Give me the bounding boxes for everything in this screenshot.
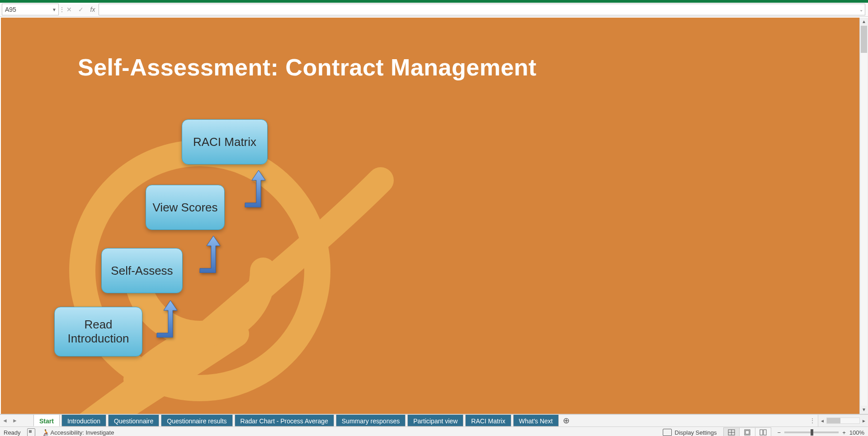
step-self-assess-button[interactable]: Self-Assess [101, 248, 183, 293]
tab-nav-spacer [20, 415, 33, 427]
sheet-tab-introduction[interactable]: Introduction [61, 415, 106, 427]
zoom-in-button[interactable]: + [842, 429, 846, 436]
zoom-slider[interactable] [784, 431, 839, 433]
sheet-tab-label: Questionnaire results [167, 417, 226, 425]
page-title: Self-Assessment: Contract Management [78, 54, 537, 81]
formula-expand-icon[interactable]: ⌄ [859, 7, 863, 12]
step-arrow-icon [241, 167, 268, 207]
accessibility-label: Accessibility: Investigate [50, 429, 114, 436]
sheet-tab-whats-next[interactable]: What's Next [513, 415, 559, 427]
step-raci-matrix-button[interactable]: RACI Matrix [182, 119, 268, 164]
status-bar: Ready 🧑‍🦽 Accessibility: Investigate Dis… [0, 427, 868, 436]
status-ready: Ready [4, 429, 21, 436]
accessibility-icon: 🧑‍🦽 [42, 429, 49, 436]
hscroll-left-icon[interactable]: ◄ [818, 418, 826, 423]
scroll-down-icon[interactable]: ▼ [860, 406, 868, 414]
step-arrow-icon [195, 232, 222, 273]
zoom-level[interactable]: 100% [849, 429, 864, 436]
view-mode-buttons [723, 427, 771, 436]
step-label: Read Introduction [60, 318, 137, 346]
vscroll-thumb[interactable] [861, 26, 867, 53]
horizontal-scrollbar[interactable]: ◄ ► [818, 415, 868, 427]
formula-bar-separator: ⋮ [59, 6, 63, 13]
sheet-tab-label: RACI Matrix [471, 417, 505, 425]
zoom-slider-knob[interactable] [811, 429, 813, 436]
svg-rect-7 [764, 430, 766, 435]
display-settings-label: Display Settings [675, 429, 717, 436]
hscroll-track[interactable] [826, 417, 860, 424]
sheet-tab-label: Summary responses [342, 417, 400, 425]
sheet-tab-label: Radar Chart - Process Average [241, 417, 328, 425]
display-settings-button[interactable]: Display Settings [663, 429, 717, 436]
vscroll-track[interactable] [861, 26, 867, 406]
step-label: Self-Assess [111, 264, 173, 278]
step-view-scores-button[interactable]: View Scores [146, 185, 225, 230]
formula-input[interactable]: ⌄ [99, 4, 865, 15]
fx-label[interactable]: fx [87, 6, 99, 13]
tab-menu-icon[interactable]: ⋮ [807, 415, 818, 427]
sheet-tab-label: Participant view [413, 417, 458, 425]
name-box-dropdown-icon[interactable]: ▼ [52, 7, 57, 12]
svg-rect-6 [760, 430, 763, 435]
view-page-break-button[interactable] [755, 427, 771, 436]
formula-bar: A95 ▼ ⋮ ✕ ✓ fx ⌄ [0, 3, 868, 17]
scroll-up-icon[interactable]: ▲ [860, 18, 868, 26]
name-box[interactable]: A95 ▼ [2, 4, 59, 15]
sheet-tab-label: Questionnaire [114, 417, 153, 425]
step-read-introduction-button[interactable]: Read Introduction [54, 307, 142, 356]
name-box-value: A95 [5, 6, 16, 13]
sheet-tab-label: Start [39, 417, 54, 425]
page-layout-icon [744, 429, 751, 436]
sheet-tab-raci-matrix[interactable]: RACI Matrix [465, 415, 511, 427]
cancel-icon[interactable]: ✕ [63, 6, 75, 13]
sheet-tab-questionnaire[interactable]: Questionnaire [108, 415, 159, 427]
zoom-controls: − + 100% [778, 429, 864, 436]
step-arrow-icon [152, 297, 179, 338]
add-sheet-button[interactable]: ⊕ [559, 415, 574, 427]
sheet-tab-summary-responses[interactable]: Summary responses [336, 415, 406, 427]
grid-icon [728, 429, 735, 436]
vertical-scrollbar[interactable]: ▲ ▼ [859, 18, 868, 414]
sheet-tab-start[interactable]: Start [33, 415, 60, 427]
view-page-layout-button[interactable] [740, 427, 755, 436]
hscroll-right-icon[interactable]: ► [860, 418, 868, 423]
sheet-tab-radar-chart[interactable]: Radar Chart - Process Average [235, 415, 334, 427]
tab-scroll-right-icon[interactable]: ► [10, 415, 20, 427]
sheet-tab-questionnaire-results[interactable]: Questionnaire results [161, 415, 232, 427]
sheet-tab-participant-view[interactable]: Participant view [407, 415, 463, 427]
accessibility-status[interactable]: 🧑‍🦽 Accessibility: Investigate [42, 429, 114, 436]
view-normal-button[interactable] [723, 427, 740, 436]
tab-scroll-left-icon[interactable]: ◄ [0, 415, 10, 427]
sheet-tab-label: Introduction [67, 417, 100, 425]
enter-icon[interactable]: ✓ [75, 6, 87, 13]
page-break-icon [760, 429, 767, 436]
hscroll-thumb[interactable] [827, 418, 840, 423]
step-label: View Scores [152, 201, 217, 215]
zoom-out-button[interactable]: − [778, 429, 781, 436]
workbook-area: Self-Assessment: Contract Management RAC… [0, 17, 868, 414]
background-swirl-graphic [1, 135, 417, 414]
sheet-tabs: Start Introduction Questionnaire Questio… [33, 415, 559, 427]
step-label: RACI Matrix [193, 135, 256, 149]
sheet-tab-label: What's Next [519, 417, 553, 425]
sheet-canvas[interactable]: Self-Assessment: Contract Management RAC… [1, 18, 860, 414]
svg-rect-5 [745, 431, 749, 434]
monitor-icon [663, 429, 672, 436]
macro-recording-icon[interactable] [27, 428, 35, 436]
sheet-tabs-bar: ◄ ► Start Introduction Questionnaire Que… [0, 414, 868, 427]
